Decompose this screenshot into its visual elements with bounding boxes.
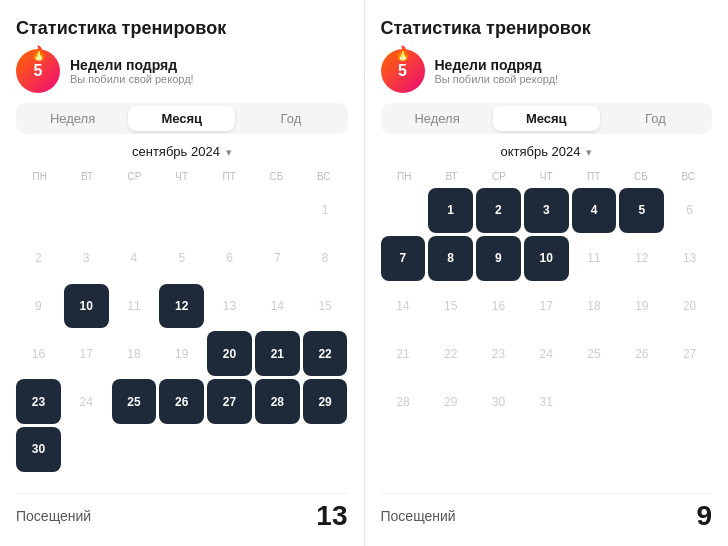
day-label: ПТ bbox=[205, 169, 252, 184]
day-cell[interactable]: 8 bbox=[303, 236, 348, 281]
day-cell[interactable]: 20 bbox=[207, 331, 252, 376]
flame-badge: 5🔥 bbox=[16, 49, 60, 93]
days-grid: 1234567891011121314151617181920212223242… bbox=[16, 188, 348, 472]
day-cell bbox=[16, 188, 61, 233]
day-cell[interactable]: 14 bbox=[255, 284, 300, 329]
day-label: ВТ bbox=[428, 169, 475, 184]
day-cell[interactable]: 23 bbox=[476, 331, 521, 376]
day-cell[interactable]: 19 bbox=[159, 331, 204, 376]
day-cell[interactable]: 12 bbox=[619, 236, 664, 281]
day-label: ВТ bbox=[63, 169, 110, 184]
day-cell[interactable]: 16 bbox=[16, 331, 61, 376]
day-cell[interactable]: 25 bbox=[572, 331, 617, 376]
tab-неделя[interactable]: Неделя bbox=[19, 106, 126, 131]
visits-label: Посещений bbox=[16, 508, 91, 524]
day-cell[interactable]: 7 bbox=[255, 236, 300, 281]
day-cell[interactable]: 7 bbox=[381, 236, 426, 281]
flame-badge: 5🔥 bbox=[381, 49, 425, 93]
day-label: ВС bbox=[665, 169, 712, 184]
day-cell[interactable]: 19 bbox=[619, 284, 664, 329]
visits-row: Посещений9 bbox=[381, 493, 713, 532]
day-cell[interactable]: 10 bbox=[64, 284, 109, 329]
day-cell[interactable]: 23 bbox=[16, 379, 61, 424]
day-cell[interactable]: 11 bbox=[112, 284, 157, 329]
day-cell[interactable]: 29 bbox=[303, 379, 348, 424]
day-cell[interactable]: 27 bbox=[207, 379, 252, 424]
day-cell[interactable]: 10 bbox=[524, 236, 569, 281]
day-label: СР bbox=[111, 169, 158, 184]
streak-title: Недели подряд bbox=[70, 57, 194, 73]
day-cell[interactable]: 15 bbox=[303, 284, 348, 329]
day-cell[interactable]: 24 bbox=[524, 331, 569, 376]
day-cell[interactable]: 6 bbox=[667, 188, 712, 233]
day-cell[interactable]: 14 bbox=[381, 284, 426, 329]
page-title: Статистика тренировок bbox=[16, 18, 348, 39]
day-cell[interactable]: 5 bbox=[619, 188, 664, 233]
day-cell[interactable]: 24 bbox=[64, 379, 109, 424]
day-cell[interactable]: 21 bbox=[381, 331, 426, 376]
day-cell[interactable]: 28 bbox=[381, 379, 426, 424]
day-cell[interactable]: 22 bbox=[428, 331, 473, 376]
day-label: СБ bbox=[253, 169, 300, 184]
month-selector[interactable]: сентябрь 2024 ▾ bbox=[16, 144, 348, 159]
calendar: ПНВТСРЧТПТСБВС12345678910111213141516171… bbox=[381, 169, 713, 483]
day-cell[interactable]: 16 bbox=[476, 284, 521, 329]
day-cell[interactable]: 1 bbox=[428, 188, 473, 233]
tab-неделя[interactable]: Неделя bbox=[384, 106, 491, 131]
streak-text: Недели подрядВы побили свой рекорд! bbox=[70, 57, 194, 85]
day-cell[interactable]: 17 bbox=[64, 331, 109, 376]
day-cell[interactable]: 31 bbox=[524, 379, 569, 424]
day-cell[interactable]: 22 bbox=[303, 331, 348, 376]
tab-год[interactable]: Год bbox=[237, 106, 344, 131]
period-tabs: НеделяМесяцГод bbox=[381, 103, 713, 134]
streak-number: 5 bbox=[398, 62, 407, 80]
day-cell[interactable]: 1 bbox=[303, 188, 348, 233]
day-cell[interactable]: 4 bbox=[572, 188, 617, 233]
day-cell[interactable]: 26 bbox=[159, 379, 204, 424]
day-cell[interactable]: 4 bbox=[112, 236, 157, 281]
visits-label: Посещений bbox=[381, 508, 456, 524]
visits-row: Посещений13 bbox=[16, 493, 348, 532]
day-cell[interactable]: 8 bbox=[428, 236, 473, 281]
tab-месяц[interactable]: Месяц bbox=[493, 106, 600, 131]
day-cell[interactable]: 26 bbox=[619, 331, 664, 376]
day-cell[interactable]: 30 bbox=[16, 427, 61, 472]
day-cell bbox=[255, 188, 300, 233]
day-labels-row: ПНВТСРЧТПТСБВС bbox=[381, 169, 713, 184]
day-cell[interactable]: 29 bbox=[428, 379, 473, 424]
day-cell[interactable]: 6 bbox=[207, 236, 252, 281]
day-cell[interactable]: 12 bbox=[159, 284, 204, 329]
day-cell[interactable]: 9 bbox=[16, 284, 61, 329]
streak-subtitle: Вы побили свой рекорд! bbox=[70, 73, 194, 85]
day-cell[interactable]: 2 bbox=[16, 236, 61, 281]
day-cell[interactable]: 9 bbox=[476, 236, 521, 281]
day-cell[interactable]: 3 bbox=[524, 188, 569, 233]
day-labels-row: ПНВТСРЧТПТСБВС bbox=[16, 169, 348, 184]
day-cell bbox=[303, 427, 348, 472]
tab-год[interactable]: Год bbox=[602, 106, 709, 131]
day-cell[interactable]: 11 bbox=[572, 236, 617, 281]
day-label: СР bbox=[475, 169, 522, 184]
day-cell[interactable]: 5 bbox=[159, 236, 204, 281]
day-cell bbox=[112, 427, 157, 472]
day-cell[interactable]: 18 bbox=[572, 284, 617, 329]
day-cell[interactable]: 25 bbox=[112, 379, 157, 424]
day-cell[interactable]: 13 bbox=[667, 236, 712, 281]
day-cell[interactable]: 30 bbox=[476, 379, 521, 424]
tab-месяц[interactable]: Месяц bbox=[128, 106, 235, 131]
day-cell[interactable]: 15 bbox=[428, 284, 473, 329]
day-cell[interactable]: 13 bbox=[207, 284, 252, 329]
day-cell[interactable]: 28 bbox=[255, 379, 300, 424]
day-cell[interactable]: 17 bbox=[524, 284, 569, 329]
day-cell[interactable]: 3 bbox=[64, 236, 109, 281]
day-cell bbox=[255, 427, 300, 472]
day-cell bbox=[64, 188, 109, 233]
day-label: ВС bbox=[300, 169, 347, 184]
day-cell bbox=[112, 188, 157, 233]
day-cell[interactable]: 18 bbox=[112, 331, 157, 376]
month-selector[interactable]: октябрь 2024 ▾ bbox=[381, 144, 713, 159]
day-cell[interactable]: 2 bbox=[476, 188, 521, 233]
day-cell[interactable]: 21 bbox=[255, 331, 300, 376]
day-cell[interactable]: 20 bbox=[667, 284, 712, 329]
day-cell[interactable]: 27 bbox=[667, 331, 712, 376]
